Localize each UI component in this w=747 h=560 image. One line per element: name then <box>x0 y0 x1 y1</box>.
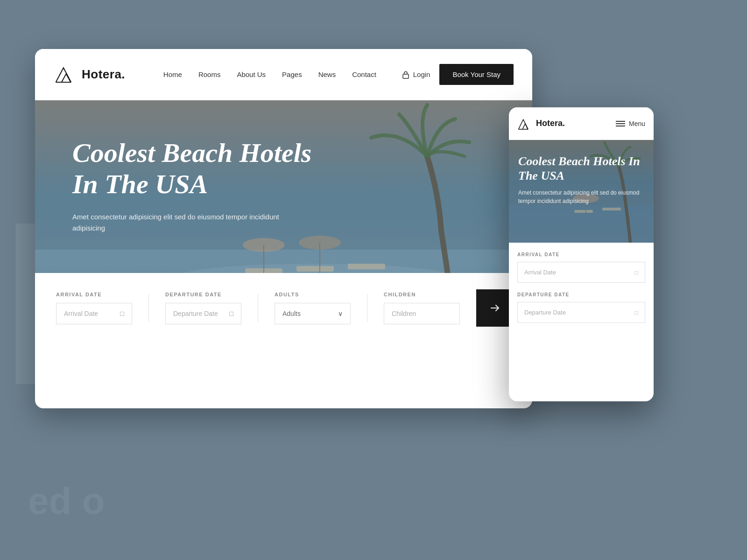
arrival-field: ARRIVAL DATE Arrival Date □ <box>49 292 139 324</box>
svg-rect-1 <box>403 74 409 78</box>
children-field: CHILDREN Children <box>377 292 467 324</box>
hero-content: Coolest Beach Hotels In The USA Amet con… <box>35 100 532 234</box>
nav-home[interactable]: Home <box>163 70 182 78</box>
nav-about-us[interactable]: About Us <box>237 70 266 78</box>
mobile-departure-input[interactable]: Departure Date □ <box>517 302 645 323</box>
nav-contact[interactable]: Contact <box>352 70 376 78</box>
desktop-logo-text: Hotera. <box>82 67 125 82</box>
hero-subtitle: Amet consectetur adipisicing elit sed do… <box>72 211 306 234</box>
adults-label: ADULTS <box>275 292 351 297</box>
header-actions: Login Book Your Stay <box>402 64 514 85</box>
lock-icon <box>402 70 409 79</box>
mobile-hero: Coolest Beach Hotels In The USA Amet con… <box>509 140 654 243</box>
children-input[interactable]: Children <box>384 303 460 324</box>
bg-text-bottom: ed o <box>28 480 105 523</box>
mobile-hero-title: Coolest Beach Hotels In The USA <box>518 154 644 183</box>
mobile-menu-label: Menu <box>629 120 645 127</box>
login-label: Login <box>413 70 430 78</box>
adults-chevron-icon: ∨ <box>338 310 343 317</box>
book-your-stay-button[interactable]: Book Your Stay <box>439 64 514 85</box>
departure-date-input[interactable]: Departure Date □ <box>165 303 241 324</box>
mobile-hero-subtitle: Amet consectetur adipisicing elit sed do… <box>518 189 644 205</box>
field-divider-2 <box>258 294 258 322</box>
desktop-nav: Home Rooms About Us Pages News Contact <box>138 70 402 78</box>
departure-placeholder: Departure Date <box>173 310 218 317</box>
mobile-logo-area: Hotera. <box>517 117 565 131</box>
field-divider-1 <box>148 294 149 322</box>
nav-pages[interactable]: Pages <box>282 70 302 78</box>
mobile-departure-placeholder: Departure Date <box>524 309 566 316</box>
mobile-arrival-label: ARRIVAL DATE <box>517 252 645 257</box>
mobile-arrival-input[interactable]: Arrival Date □ <box>517 262 645 283</box>
departure-field: DEPARTURE DATE Departure Date □ <box>158 292 248 324</box>
mobile-departure-calendar-icon: □ <box>635 309 638 316</box>
mobile-mockup: Hotera. Menu <box>509 107 654 401</box>
departure-calendar-icon: □ <box>230 310 233 317</box>
arrival-calendar-icon: □ <box>120 310 124 317</box>
desktop-hero: Coolest Beach Hotels In The USA Amet con… <box>35 100 532 343</box>
desktop-logo-area: Hotera. <box>54 64 138 85</box>
mobile-hero-content: Coolest Beach Hotels In The USA Amet con… <box>509 140 654 205</box>
nav-news[interactable]: News <box>318 70 336 78</box>
adults-field: ADULTS Adults ∨ <box>268 292 358 324</box>
adults-select[interactable]: Adults ∨ <box>275 303 351 324</box>
nav-rooms[interactable]: Rooms <box>198 70 221 78</box>
mobile-header: Hotera. Menu <box>509 107 654 140</box>
arrival-date-input[interactable]: Arrival Date □ <box>56 303 132 324</box>
hero-title: Coolest Beach Hotels In The USA <box>72 138 329 200</box>
mobile-logo-text: Hotera. <box>536 119 565 128</box>
arrival-placeholder: Arrival Date <box>64 310 98 317</box>
departure-label: DEPARTURE DATE <box>165 292 241 297</box>
mobile-logo-icon <box>517 117 532 131</box>
mobile-menu-button[interactable]: Menu <box>616 120 645 127</box>
desktop-header: Hotera. Home Rooms About Us Pages News C… <box>35 49 532 100</box>
field-divider-3 <box>367 294 367 322</box>
desktop-mockup: Hotera. Home Rooms About Us Pages News C… <box>35 49 532 408</box>
mobile-departure-label: DEPARTURE DATE <box>517 292 645 297</box>
adults-placeholder: Adults <box>282 310 301 317</box>
arrival-label: ARRIVAL DATE <box>56 292 132 297</box>
mobile-arrival-calendar-icon: □ <box>635 269 638 276</box>
booking-search-button[interactable] <box>476 289 514 327</box>
desktop-booking-bar: ARRIVAL DATE Arrival Date □ DEPARTURE DA… <box>35 273 532 343</box>
hamburger-icon <box>616 121 625 126</box>
children-label: CHILDREN <box>384 292 460 297</box>
children-placeholder: Children <box>392 310 416 317</box>
search-arrow-icon <box>490 303 500 313</box>
mobile-arrival-placeholder: Arrival Date <box>524 269 556 276</box>
mobile-booking-section: ARRIVAL DATE Arrival Date □ DEPARTURE DA… <box>509 243 654 342</box>
login-button[interactable]: Login <box>402 70 430 79</box>
desktop-logo-icon <box>54 64 77 85</box>
